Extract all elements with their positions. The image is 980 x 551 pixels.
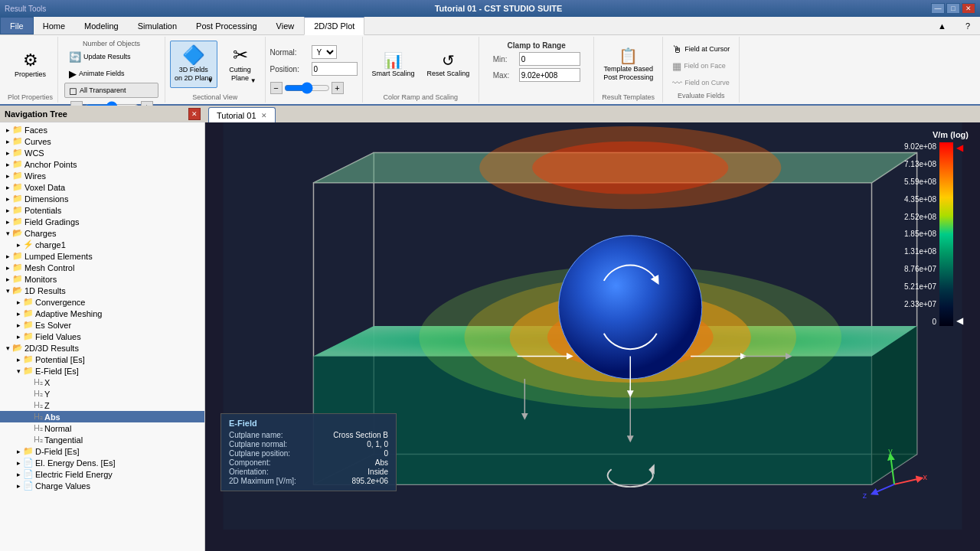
transparent-icon: ◻ xyxy=(69,85,77,96)
normal-label: Normal: xyxy=(270,48,309,57)
tree-item-20[interactable]: ▸📁Potential [Es] xyxy=(0,354,204,365)
menu-post-processing[interactable]: Post Processing xyxy=(187,17,266,34)
tree-item-6[interactable]: ▸📁Dimensions xyxy=(0,193,204,204)
efield-val-2: 0 xyxy=(384,449,388,458)
tree-item-22[interactable]: H₂X xyxy=(0,377,204,388)
position-input[interactable] xyxy=(312,62,358,76)
tree-item-5[interactable]: ▸📁Voxel Data xyxy=(0,181,204,193)
efield-row-0: Cutplane name:Cross Section B xyxy=(229,431,388,439)
position-label: Position: xyxy=(270,65,309,73)
menu-simulation[interactable]: Simulation xyxy=(129,17,187,34)
nav-tree-close-button[interactable]: ✕ xyxy=(188,108,201,120)
menu-home[interactable]: Home xyxy=(34,17,75,34)
tree-item-15[interactable]: ▸📁Convergence xyxy=(0,296,204,308)
svg-point-19 xyxy=(532,142,728,194)
tree-item-3[interactable]: ▸📁Anchor Points xyxy=(0,158,204,170)
menu-view[interactable]: View xyxy=(267,17,305,34)
menu-modeling[interactable]: Modeling xyxy=(75,17,129,34)
normal-select[interactable]: YXZ xyxy=(312,45,337,59)
reset-scaling-button[interactable]: ↺ Reset Scaling xyxy=(423,41,475,89)
tree-item-24[interactable]: H₂Z xyxy=(0,399,204,411)
tree-item-28[interactable]: ▸📁D-Field [Es] xyxy=(0,445,204,457)
tree-expander-11: ▸ xyxy=(3,253,12,260)
tree-item-0[interactable]: ▸📁Faces xyxy=(0,124,204,135)
all-transparent-button[interactable]: ◻ All Transparent xyxy=(64,83,158,98)
tree-label-17: Es Solver xyxy=(35,321,71,330)
color-ramp-label: Color Ramp and Scaling xyxy=(384,92,459,101)
help-chevron-up-icon[interactable]: ▲ xyxy=(929,17,956,34)
cutting-plane-icon: ✂ xyxy=(233,46,248,64)
clamp-min-input[interactable] xyxy=(519,52,580,66)
minimize-button[interactable]: — xyxy=(931,3,945,14)
properties-button[interactable]: ⚙ Properties xyxy=(10,41,51,90)
position-max-button[interactable]: + xyxy=(332,82,344,94)
field-on-face-button[interactable]: ▦ Field on Face xyxy=(668,58,734,73)
tree-item-29[interactable]: ▸📄El. Energy Dens. [Es] xyxy=(0,457,204,468)
tree-expander-1: ▸ xyxy=(3,138,12,145)
tab-tutorial01-close[interactable]: ✕ xyxy=(261,112,267,119)
tree-expander-31: ▸ xyxy=(14,482,23,490)
tree-item-30[interactable]: ▸📄Electric Field Energy xyxy=(0,468,204,480)
tree-item-2[interactable]: ▸📁WCS xyxy=(0,147,204,158)
menu-help[interactable]: ? xyxy=(956,17,980,34)
position-min-button[interactable]: − xyxy=(270,82,283,94)
tree-item-7[interactable]: ▸📁Potentials xyxy=(0,204,204,216)
tree-item-10[interactable]: ▸⚡charge1 xyxy=(0,239,204,250)
legend-min-arrow: ◀ xyxy=(956,315,969,326)
tree-item-14[interactable]: ▾📂1D Results xyxy=(0,285,204,296)
tree-expander-5: ▸ xyxy=(3,184,12,191)
3d-fields-button[interactable]: 🔷 3D Fieldson 2D Plane ▼ xyxy=(170,41,217,88)
legend-tick-9: 2.33e+07 xyxy=(904,300,936,308)
tree-item-8[interactable]: ▸📁Field Gradings xyxy=(0,216,204,227)
tree-item-13[interactable]: ▸📁Monitors xyxy=(0,273,204,285)
tree-item-21[interactable]: ▾📁E-Field [Es] xyxy=(0,365,204,377)
tree-item-9[interactable]: ▾📂Charges xyxy=(0,227,204,239)
tree-item-19[interactable]: ▾📂2D/3D Results xyxy=(0,342,204,354)
tree-label-20: Potential [Es] xyxy=(35,355,85,364)
maximize-button[interactable]: □ xyxy=(946,3,960,14)
cutting-plane-button[interactable]: ✂ CuttingPlane ▼ xyxy=(220,41,260,88)
tree-item-26[interactable]: H₂Normal xyxy=(0,422,204,434)
tree-item-27[interactable]: H₂Tangential xyxy=(0,434,204,445)
close-button[interactable]: ✕ xyxy=(962,3,975,14)
efield-key-0: Cutplane name: xyxy=(229,431,283,439)
tree-expander-8: ▸ xyxy=(3,218,12,226)
tree-expander-28: ▸ xyxy=(14,448,23,455)
clamp-group: Clamp to Range Min: Max: xyxy=(490,38,583,85)
tree-item-11[interactable]: ▸📁Lumped Elements xyxy=(0,250,204,262)
tree-item-18[interactable]: ▸📁Field Values xyxy=(0,331,204,342)
tree-item-1[interactable]: ▸📁Curves xyxy=(0,135,204,147)
template-based-label: Template BasedPost Processing xyxy=(603,65,653,82)
field-on-face-label: Field on Face xyxy=(684,62,726,70)
tree-icon-26: H₂ xyxy=(34,423,43,433)
smart-scaling-button[interactable]: 📊 Smart Scaling xyxy=(368,41,420,89)
menu-file[interactable]: File xyxy=(0,17,34,34)
tab-tutorial01[interactable]: Tutorial 01 ✕ xyxy=(208,107,276,122)
tree-icon-11: 📁 xyxy=(12,251,23,261)
menu-2d3d-plot[interactable]: 2D/3D Plot xyxy=(304,17,364,35)
tree-item-31[interactable]: ▸📄Charge Values xyxy=(0,480,204,491)
tree-scroll[interactable]: ▸📁Faces▸📁Curves▸📁WCS▸📁Anchor Points▸📁Wir… xyxy=(0,122,204,551)
tree-icon-31: 📄 xyxy=(23,481,34,491)
tree-expander-18: ▸ xyxy=(14,333,23,341)
tree-item-25[interactable]: H₂Abs xyxy=(0,411,204,422)
tree-label-4: Wires xyxy=(24,171,46,181)
smart-scaling-icon: 📊 xyxy=(384,53,403,68)
nav-tree: ▸📁Faces▸📁Curves▸📁WCS▸📁Anchor Points▸📁Wir… xyxy=(0,122,205,551)
efield-row-3: Component:Abs xyxy=(229,458,388,467)
field-at-cursor-button[interactable]: 🖱 Field at Cursor xyxy=(668,41,734,57)
field-on-curve-button[interactable]: 〰 Field on Curve xyxy=(668,75,734,90)
tree-item-4[interactable]: ▸📁Wires xyxy=(0,170,204,181)
tree-label-5: Voxel Data xyxy=(24,183,65,192)
tree-expander-3: ▸ xyxy=(3,161,12,168)
clamp-max-input[interactable] xyxy=(519,68,580,82)
position-slider-row: − + xyxy=(270,82,358,94)
tree-item-12[interactable]: ▸📁Mesh Control xyxy=(0,262,204,273)
animate-fields-button[interactable]: ▶ Animate Fields xyxy=(64,66,158,81)
position-slider[interactable] xyxy=(284,83,330,93)
tree-item-23[interactable]: H₂Y xyxy=(0,388,204,399)
tree-item-17[interactable]: ▸📁Es Solver xyxy=(0,319,204,331)
template-based-button[interactable]: 📋 Template BasedPost Processing xyxy=(599,41,658,89)
update-results-button[interactable]: 🔄 Update Results xyxy=(64,49,158,64)
tree-item-16[interactable]: ▸📁Adaptive Meshing xyxy=(0,308,204,319)
